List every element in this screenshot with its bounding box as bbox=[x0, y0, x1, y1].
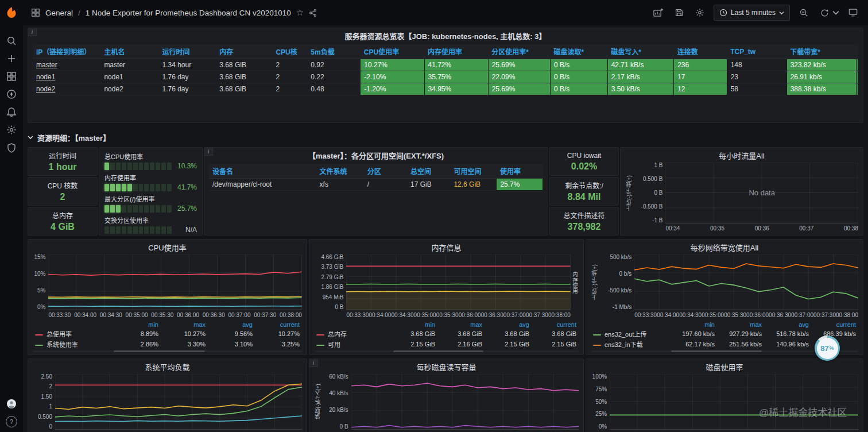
legend-column-header[interactable]: max bbox=[161, 321, 208, 329]
add-panel-button[interactable] bbox=[652, 6, 665, 20]
column-header[interactable]: 磁盘读取* bbox=[551, 44, 608, 59]
cell: -2.10% bbox=[361, 71, 424, 83]
legend-column-header[interactable]: max bbox=[717, 321, 764, 329]
chart-plot-area[interactable] bbox=[610, 374, 858, 430]
dashboard-settings-gear-icon[interactable] bbox=[693, 6, 707, 20]
refresh-button[interactable] bbox=[817, 6, 831, 20]
cell: xfs bbox=[316, 179, 364, 191]
panel-title: 运行时间 bbox=[49, 151, 76, 160]
column-header[interactable]: 内存使用率 bbox=[424, 44, 488, 59]
user-avatar[interactable] bbox=[6, 399, 17, 409]
breadcrumb-folder[interactable]: General bbox=[45, 9, 73, 17]
column-header[interactable]: 主机名 bbox=[100, 44, 158, 59]
legend-series[interactable]: 总使用率8.89%10.27%9.56%10.27% bbox=[33, 329, 302, 339]
legend-value: 8.89% bbox=[114, 329, 161, 339]
zoom-out-button[interactable] bbox=[797, 6, 811, 20]
legend-scrollbar[interactable] bbox=[33, 350, 302, 352]
configuration-gear-icon[interactable] bbox=[6, 125, 17, 135]
legend-column-header[interactable]: min bbox=[390, 321, 437, 329]
cell: 25.69% bbox=[488, 83, 550, 95]
apps-grid-icon[interactable] bbox=[31, 8, 40, 17]
legend-series[interactable]: 可用2.15 GiB2.16 GiB2.15 GiB2.15 GiB bbox=[314, 339, 579, 349]
chart-plot-area[interactable] bbox=[48, 254, 302, 310]
chart-plot-area[interactable] bbox=[351, 374, 579, 430]
star-icon[interactable]: ☆ bbox=[296, 7, 304, 18]
dashboard-title[interactable]: 1 Node Exporter for Prometheus Dashboard… bbox=[86, 9, 291, 17]
reading-progress-badge[interactable]: 87% bbox=[815, 335, 840, 361]
legend-column-header[interactable]: current bbox=[532, 321, 579, 329]
series-line bbox=[634, 264, 858, 270]
chart-legend: minmaxavgcurrent总使用率8.89%10.27%9.56%10.2… bbox=[33, 321, 302, 349]
column-header[interactable]: 下载带宽* bbox=[786, 44, 856, 59]
legend-series[interactable]: 系统使用率2.86%3.30%3.10%3.25% bbox=[33, 339, 302, 349]
panel-info-icon[interactable]: i bbox=[309, 359, 318, 367]
legend-column-header[interactable]: avg bbox=[208, 321, 255, 329]
plus-icon[interactable] bbox=[6, 53, 17, 64]
legend-column-header[interactable]: min bbox=[114, 321, 161, 329]
column-header[interactable]: 分区 bbox=[364, 164, 407, 179]
server-admin-shield-icon[interactable] bbox=[6, 142, 17, 153]
explore-compass-icon[interactable] bbox=[6, 89, 17, 99]
search-icon[interactable] bbox=[6, 36, 17, 46]
legend-column-header[interactable]: avg bbox=[764, 321, 811, 329]
table-row: mastermaster1.34 hour3.68 GiB20.9210.27%… bbox=[33, 59, 858, 71]
legend-column-header[interactable]: current bbox=[811, 321, 858, 329]
column-header[interactable]: 连接数 bbox=[674, 44, 727, 59]
column-header[interactable]: CPU使用率 bbox=[361, 44, 424, 59]
partition-table-panel: i 【master】：各分区可用空间(EXT.*/XFS) 设备名文件系统分区总… bbox=[204, 147, 548, 236]
panel-title: 每秒磁盘读写容量 bbox=[314, 361, 579, 374]
row-collapse-toggle[interactable]: 资源明细：【master】 bbox=[28, 130, 863, 145]
cell: 323.82 kb/s bbox=[786, 59, 856, 71]
series-line bbox=[55, 416, 302, 422]
legend-column-header[interactable]: avg bbox=[485, 321, 532, 329]
column-header[interactable]: 磁盘写入* bbox=[607, 44, 674, 59]
series-line bbox=[351, 383, 579, 391]
cell-link[interactable]: master bbox=[33, 59, 100, 71]
column-header[interactable]: 文件系统 bbox=[316, 164, 364, 179]
legend-series[interactable]: 总内存3.68 GiB3.68 GiB3.68 GiB3.68 GiB bbox=[314, 329, 579, 339]
column-header[interactable]: TCP_tw bbox=[727, 44, 786, 59]
cell-link[interactable]: node2 bbox=[33, 83, 100, 95]
kiosk-mode-monitor-icon[interactable] bbox=[846, 6, 860, 20]
legend-series[interactable]: ens32_out上传197.60 kb/s927.29 kb/s516.78 … bbox=[591, 329, 858, 339]
chart-plot-area[interactable]: No data bbox=[665, 163, 858, 223]
column-header[interactable]: 使用率 bbox=[497, 164, 543, 179]
time-range-picker[interactable]: Last 5 minutes bbox=[714, 5, 790, 21]
column-header[interactable]: 上传带宽* bbox=[856, 44, 858, 59]
chart-plot-area[interactable] bbox=[55, 374, 302, 430]
series-line bbox=[346, 291, 571, 292]
no-data-label: No data bbox=[665, 163, 858, 223]
column-header[interactable]: 运行时间 bbox=[159, 44, 216, 59]
cell: 104.67 kb/s bbox=[856, 83, 858, 95]
column-header[interactable]: 5m负载 bbox=[307, 44, 361, 59]
legend-scrollbar[interactable] bbox=[314, 350, 579, 352]
dashboards-icon[interactable] bbox=[6, 71, 17, 82]
cell: /dev/mapper/cl-root bbox=[209, 179, 316, 191]
legend-column-header[interactable]: max bbox=[437, 321, 485, 329]
gauge-cell bbox=[161, 205, 166, 213]
column-header[interactable]: 可用空间 bbox=[450, 164, 497, 179]
cell: 27.37 kb/s bbox=[856, 71, 858, 83]
gauge-cell bbox=[122, 226, 126, 234]
chart-plot-area[interactable] bbox=[634, 254, 858, 310]
legend-column-header[interactable]: current bbox=[255, 321, 302, 329]
save-dashboard-button[interactable] bbox=[672, 6, 686, 20]
panel-info-icon[interactable]: i bbox=[28, 28, 37, 36]
chart-plot-area[interactable] bbox=[346, 254, 571, 310]
column-header[interactable]: CPU核 bbox=[272, 44, 307, 59]
refresh-interval-chevron-icon[interactable] bbox=[832, 6, 839, 20]
panel-title: 内存信息 bbox=[314, 242, 579, 254]
help-icon[interactable]: ? bbox=[6, 416, 17, 427]
gauge-cell bbox=[133, 205, 138, 213]
column-header[interactable]: 设备名 bbox=[209, 164, 316, 179]
column-header[interactable]: IP（链接到明细） bbox=[33, 44, 100, 59]
column-header[interactable]: 总空间 bbox=[407, 164, 450, 179]
cell-link[interactable]: node1 bbox=[33, 71, 100, 83]
column-header[interactable]: 分区使用率* bbox=[488, 44, 550, 59]
grafana-logo[interactable] bbox=[0, 0, 23, 25]
alerting-bell-icon[interactable] bbox=[6, 107, 17, 117]
column-header[interactable]: 内存 bbox=[216, 44, 272, 59]
panel-info-icon[interactable]: i bbox=[204, 148, 213, 156]
legend-column-header[interactable]: min bbox=[670, 321, 717, 329]
share-icon[interactable] bbox=[309, 9, 317, 17]
